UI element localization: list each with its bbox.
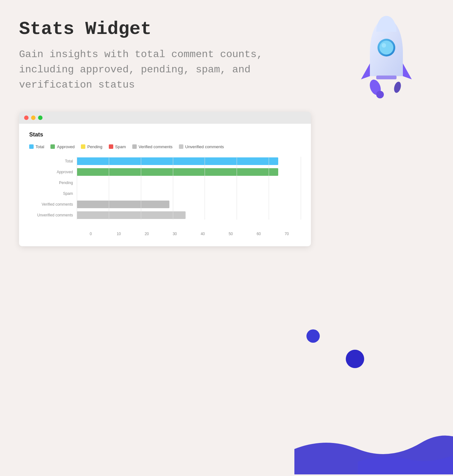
bar-track — [77, 157, 301, 166]
bar-row: Total — [29, 157, 301, 166]
rocket-illustration — [358, 13, 415, 102]
bar-label: Approved — [29, 170, 77, 174]
x-tick: 40 — [189, 232, 217, 236]
bar-label: Total — [29, 159, 77, 163]
legend-approved: Approved — [50, 144, 75, 149]
bars-section: TotalApprovedPendingSpamVerified comment… — [29, 157, 301, 229]
legend-pending: Pending — [81, 144, 102, 149]
legend-label-total: Total — [36, 144, 44, 149]
legend-total: Total — [29, 144, 44, 149]
grid-line — [301, 157, 301, 220]
x-tick: 30 — [161, 232, 189, 236]
legend-spam: Spam — [109, 144, 126, 149]
x-tick: 70 — [273, 232, 301, 236]
bar-row: Pending — [29, 178, 301, 187]
grid-line — [205, 157, 205, 220]
x-axis: 010203040506070 — [77, 232, 301, 236]
bar-track — [77, 200, 301, 209]
x-tick: 0 — [77, 232, 105, 236]
chart-grid — [77, 157, 301, 220]
legend-color-total — [29, 144, 34, 149]
svg-point-6 — [376, 91, 384, 98]
svg-point-1 — [379, 41, 393, 55]
legend-color-pending — [81, 144, 85, 149]
legend-unverified: Unverified comments — [179, 144, 224, 149]
browser-dot-yellow — [31, 116, 36, 120]
legend-color-spam — [109, 144, 113, 149]
page-description: Gain insights with total comment counts,… — [19, 47, 266, 93]
legend-label-spam: Spam — [115, 144, 126, 149]
grid-line — [237, 157, 237, 220]
bar-label: Pending — [29, 181, 77, 185]
chart-legend: Total Approved Pending Spam Verified com… — [29, 144, 301, 149]
bar-track — [77, 168, 301, 176]
browser-dot-red — [24, 116, 29, 120]
legend-label-pending: Pending — [87, 144, 102, 149]
bar-fill — [77, 168, 278, 176]
bar-row: Unverified comments — [29, 211, 301, 220]
bar-fill — [77, 157, 278, 165]
bar-fill — [77, 201, 169, 208]
x-tick: 20 — [133, 232, 161, 236]
bar-row: Approved — [29, 168, 301, 176]
bottom-decoration-dot-1 — [306, 329, 320, 343]
chart-container: TotalApprovedPendingSpamVerified comment… — [29, 157, 301, 236]
legend-color-approved — [50, 144, 55, 149]
svg-point-5 — [393, 81, 402, 94]
bar-track — [77, 211, 301, 220]
chart-title: Stats — [29, 131, 301, 138]
legend-label-approved: Approved — [57, 144, 75, 149]
bar-label: Verified comments — [29, 202, 77, 207]
x-tick: 60 — [245, 232, 273, 236]
main-container: Stats Widget Gain insights with total co… — [0, 0, 453, 278]
legend-label-verified: Verified comments — [139, 144, 173, 149]
grid-line — [109, 157, 109, 220]
bar-row: Verified comments — [29, 200, 301, 209]
bar-label: Unverified comments — [29, 213, 77, 217]
bar-track — [77, 178, 301, 187]
svg-point-2 — [382, 43, 386, 48]
grid-line — [141, 157, 141, 220]
x-tick: 50 — [217, 232, 245, 236]
browser-dot-green — [38, 116, 43, 120]
grid-line — [269, 157, 269, 220]
grid-line — [77, 157, 77, 220]
legend-color-verified — [132, 144, 137, 149]
browser-content: Stats Total Approved Pending Spam — [19, 124, 311, 246]
svg-rect-3 — [376, 76, 397, 79]
grid-line — [173, 157, 173, 220]
browser-titlebar — [19, 112, 311, 124]
bar-fill — [77, 211, 186, 219]
bottom-decoration-dot-2 — [346, 350, 364, 368]
bar-label: Spam — [29, 191, 77, 196]
legend-color-unverified — [179, 144, 183, 149]
bottom-wave — [294, 379, 453, 476]
browser-window: Stats Total Approved Pending Spam — [19, 112, 311, 246]
bar-track — [77, 189, 301, 198]
bar-row: Spam — [29, 189, 301, 198]
legend-label-unverified: Unverified comments — [185, 144, 224, 149]
x-tick: 10 — [105, 232, 133, 236]
header-section: Stats Widget Gain insights with total co… — [19, 19, 434, 93]
legend-verified: Verified comments — [132, 144, 173, 149]
